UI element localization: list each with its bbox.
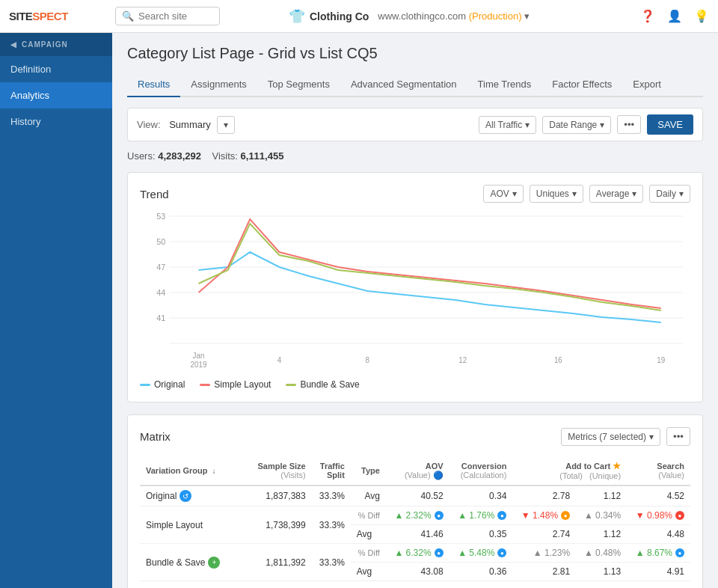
tab-assignments[interactable]: Assignments bbox=[180, 73, 257, 97]
bulb-icon[interactable]: 💡 bbox=[694, 9, 709, 23]
tab-export[interactable]: Export bbox=[622, 73, 672, 97]
col-aov: AOV (Value) 🔵 bbox=[386, 456, 449, 486]
trend-svg: 53 50 47 44 41 Jan 2019 4 8 12 16 bbox=[140, 209, 690, 373]
cell-type: Avg bbox=[351, 486, 386, 506]
toolbar: View: Summary ▾ All Traffic ▾ Date Range… bbox=[127, 108, 703, 141]
brand-name: Clothing Co bbox=[310, 10, 369, 22]
site-url: www.clothingco.com (Production) ▾ bbox=[378, 10, 530, 22]
cell-type: % Diff bbox=[351, 506, 386, 525]
cell-search: 4.52 bbox=[627, 486, 690, 506]
cell-atc-total: 2.81 bbox=[512, 563, 576, 581]
logo-text: SITESPECT bbox=[9, 10, 68, 22]
save-button[interactable]: SAVE bbox=[647, 114, 693, 135]
tab-advanced-segmentation[interactable]: Advanced Segmentation bbox=[340, 73, 467, 97]
svg-text:47: 47 bbox=[156, 263, 165, 272]
bundle-icon: + bbox=[208, 557, 220, 569]
svg-text:2019: 2019 bbox=[191, 361, 207, 369]
search-icon: 🔍 bbox=[122, 10, 134, 22]
search-input[interactable] bbox=[138, 10, 213, 22]
col-conversion: Conversion (Calculation) bbox=[449, 456, 513, 486]
legend-bundle-save: Bundle & Save bbox=[286, 379, 359, 390]
cell-sample-size: 1,837,383 bbox=[249, 486, 312, 506]
metrics-button[interactable]: Metrics (7 selected) ▾ bbox=[561, 428, 660, 446]
col-variation-group: Variation Group ↓ bbox=[140, 456, 249, 486]
cell-atc-total-pct: ▲ 1.23% bbox=[512, 544, 576, 563]
help-icon[interactable]: ❓ bbox=[640, 9, 655, 23]
cell-aov: 41.46 bbox=[386, 525, 449, 544]
cell-type: % Diff bbox=[351, 544, 386, 563]
cell-atc-total: 2.74 bbox=[512, 525, 576, 544]
sidebar-item-definition[interactable]: Definition bbox=[0, 56, 112, 82]
date-range-dropdown[interactable]: Date Range ▾ bbox=[542, 116, 611, 134]
cell-variation-name: Bundle & Save + bbox=[140, 544, 249, 581]
cell-atc-unique: 1.12 bbox=[576, 525, 627, 544]
svg-text:19: 19 bbox=[657, 356, 665, 364]
cell-search: 4.48 bbox=[627, 525, 690, 544]
main-body: ◀ CAMPAIGN Definition Analytics History … bbox=[0, 33, 718, 588]
cell-aov: 40.52 bbox=[386, 486, 449, 506]
sidebar-campaign-header: ◀ CAMPAIGN bbox=[0, 33, 112, 56]
table-row: Original ↺ 1,837,383 33.3% Avg 40.52 0.3… bbox=[140, 486, 690, 506]
svg-text:44: 44 bbox=[156, 288, 165, 297]
cell-traffic-split: 33.3% bbox=[312, 544, 351, 581]
svg-text:41: 41 bbox=[156, 313, 165, 322]
chart-header: Trend AOV ▾ Uniques ▾ Average ▾ bbox=[140, 185, 690, 203]
cell-add-to-cart-total: 2.78 bbox=[512, 486, 576, 506]
table-row: Simple Layout 1,738,399 33.3% % Diff ▲ 2… bbox=[140, 506, 690, 525]
tab-factor-effects[interactable]: Factor Effects bbox=[541, 73, 622, 97]
chart-legend: Original Simple Layout Bundle & Save bbox=[140, 379, 690, 390]
col-search: Search (Value) bbox=[627, 456, 690, 486]
app-container: SITESPECT 🔍 👕 Clothing Co www.clothingco… bbox=[0, 0, 718, 588]
chart-controls: AOV ▾ Uniques ▾ Average ▾ Daily ▾ bbox=[483, 185, 690, 203]
tab-top-segments[interactable]: Top Segments bbox=[257, 73, 340, 97]
svg-text:8: 8 bbox=[365, 356, 369, 364]
cell-type: Avg bbox=[351, 525, 386, 544]
matrix-controls: Metrics (7 selected) ▾ ••• bbox=[561, 427, 690, 446]
col-sample-size: Sample Size (Visits) bbox=[249, 456, 312, 486]
cell-type: Avg bbox=[351, 563, 386, 581]
cell-conversion: 0.36 bbox=[449, 563, 513, 581]
svg-text:53: 53 bbox=[156, 212, 165, 221]
site-brand: 👕 Clothing Co bbox=[289, 8, 369, 25]
svg-text:16: 16 bbox=[554, 356, 562, 364]
cell-conv-pct: ▲ 5.48% ● bbox=[449, 544, 513, 563]
col-traffic-split: TrafficSplit bbox=[312, 456, 351, 486]
legend-dot-simple bbox=[200, 384, 210, 386]
cell-variation-name: Simple Layout bbox=[140, 506, 249, 544]
view-dropdown[interactable]: ▾ bbox=[217, 116, 235, 134]
user-icon[interactable]: 👤 bbox=[667, 9, 682, 23]
aov-dropdown[interactable]: AOV ▾ bbox=[483, 185, 523, 203]
cell-search-pct: ▲ 8.67% ● bbox=[627, 544, 690, 563]
matrix-header: Matrix Metrics (7 selected) ▾ ••• bbox=[140, 427, 690, 446]
cell-variation-name: Original ↺ bbox=[140, 486, 249, 506]
tab-time-trends[interactable]: Time Trends bbox=[467, 73, 542, 97]
sidebar-item-history[interactable]: History bbox=[0, 108, 112, 135]
table-header-row: Variation Group ↓ Sample Size (Visits) T… bbox=[140, 456, 690, 486]
traffic-filter-dropdown[interactable]: All Traffic ▾ bbox=[479, 116, 536, 134]
more-options-button[interactable]: ••• bbox=[617, 115, 641, 134]
matrix-more-button[interactable]: ••• bbox=[666, 427, 690, 446]
chart-title: Trend bbox=[140, 188, 169, 200]
cell-add-to-cart-unique: 1.12 bbox=[576, 486, 627, 506]
average-dropdown[interactable]: Average ▾ bbox=[589, 185, 643, 203]
col-add-to-cart: Add to Cart ★ (Total) (Unique) bbox=[512, 456, 627, 486]
cell-traffic-split: 33.3% bbox=[312, 486, 351, 506]
svg-text:Jan: Jan bbox=[193, 352, 205, 360]
daily-dropdown[interactable]: Daily ▾ bbox=[649, 185, 690, 203]
cell-atc-unique: 1.13 bbox=[576, 563, 627, 581]
content-inner: Category List Page - Grid vs List CQ5 Re… bbox=[112, 33, 718, 588]
sort-icon[interactable]: ↓ bbox=[212, 467, 216, 475]
logo: SITESPECT bbox=[9, 10, 106, 22]
sidebar-collapse-icon[interactable]: ◀ bbox=[10, 40, 17, 49]
svg-text:50: 50 bbox=[156, 237, 165, 246]
top-nav: SITESPECT 🔍 👕 Clothing Co www.clothingco… bbox=[0, 0, 718, 33]
matrix-card: Matrix Metrics (7 selected) ▾ ••• bbox=[127, 414, 703, 588]
search-bar[interactable]: 🔍 bbox=[115, 7, 220, 25]
cell-aov-pct: ▲ 2.32% ● bbox=[386, 506, 449, 525]
uniques-dropdown[interactable]: Uniques ▾ bbox=[530, 185, 583, 203]
sidebar-item-analytics[interactable]: Analytics bbox=[0, 82, 112, 108]
cell-search-pct: ▼ 0.98% ● bbox=[627, 506, 690, 525]
tab-results[interactable]: Results bbox=[127, 73, 180, 97]
cell-conv-pct: ▲ 1.76% ● bbox=[449, 506, 513, 525]
chart-area: 53 50 47 44 41 Jan 2019 4 8 12 16 bbox=[140, 209, 690, 373]
